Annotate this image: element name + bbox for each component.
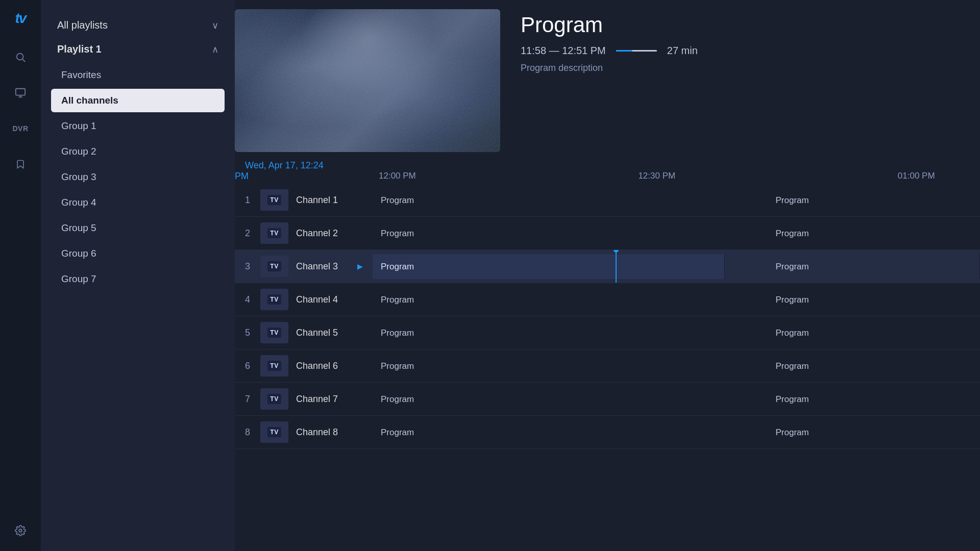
channel-row[interactable]: 7 TV Channel 7 Program Program xyxy=(235,383,980,416)
program-time-text: 11:58 — 12:51 PM xyxy=(521,45,606,57)
program-time-row: 11:58 — 12:51 PM 27 min xyxy=(521,45,960,57)
program-block[interactable]: Program xyxy=(768,420,981,445)
program-title: Program xyxy=(521,13,960,37)
channel-name: Channel 1 xyxy=(296,195,357,206)
timeline-date: Wed, Apr 17, 12:24 PM xyxy=(235,160,324,181)
channel-programs: Program Program xyxy=(373,383,980,415)
program-block[interactable]: Program xyxy=(373,387,725,412)
nav-item-group6[interactable]: Group 6 xyxy=(51,242,225,265)
app-logo: tv xyxy=(15,10,26,27)
nav-item-favorites[interactable]: Favorites xyxy=(51,63,225,87)
channel-logo-text: TV xyxy=(267,228,281,238)
channel-logo: TV xyxy=(260,289,288,310)
search-icon[interactable] xyxy=(10,47,31,67)
svg-point-5 xyxy=(19,529,22,532)
playlist1-chevron: ∧ xyxy=(212,44,218,55)
program-info: Program 11:58 — 12:51 PM 27 min Program … xyxy=(500,0,980,158)
channel-name: Channel 4 xyxy=(296,294,357,305)
sidebar: tv DVR xyxy=(0,0,41,551)
channel-number: 5 xyxy=(235,328,260,338)
channel-logo: TV xyxy=(260,355,288,377)
channel-logo-text: TV xyxy=(267,195,281,205)
channel-programs: Program Program xyxy=(373,184,980,216)
all-playlists-label: All playlists xyxy=(57,19,108,31)
channel-row[interactable]: 4 TV Channel 4 Program Program xyxy=(235,283,980,316)
program-block[interactable]: Program xyxy=(373,221,725,246)
program-block[interactable]: Program xyxy=(768,387,981,412)
channel-programs: Program Program xyxy=(373,217,980,249)
channel-logo-text: TV xyxy=(267,394,281,404)
program-block[interactable]: Program xyxy=(373,420,725,445)
channel-row[interactable]: 1 TV Channel 1 Program Program xyxy=(235,184,980,217)
program-duration: 27 min xyxy=(667,45,698,57)
channel-name: Channel 2 xyxy=(296,228,357,239)
time-label-1200: 12:00 PM xyxy=(379,171,416,181)
channel-logo: TV xyxy=(260,421,288,443)
program-block[interactable]: Program xyxy=(373,188,725,213)
time-label-0100: 01:00 PM xyxy=(898,171,935,181)
time-label-1230: 12:30 PM xyxy=(638,171,675,181)
timeline-channel-col: Wed, Apr 17, 12:24 PM xyxy=(235,160,347,182)
top-section: Program 11:58 — 12:51 PM 27 min Program … xyxy=(235,0,980,158)
nav-item-group2[interactable]: Group 2 xyxy=(51,140,225,163)
channel-name: Channel 3 xyxy=(296,261,357,272)
main-content: Program 11:58 — 12:51 PM 27 min Program … xyxy=(235,0,980,551)
settings-icon[interactable] xyxy=(10,520,31,541)
channel-logo-text: TV xyxy=(267,261,281,271)
channel-number: 2 xyxy=(235,228,260,239)
program-block[interactable]: Program xyxy=(373,287,725,312)
channel-logo: TV xyxy=(260,256,288,277)
program-block[interactable]: Program xyxy=(768,221,981,246)
display-icon[interactable] xyxy=(10,83,31,103)
program-block[interactable]: Program xyxy=(768,320,981,345)
channel-number: 8 xyxy=(235,427,260,438)
channel-logo-text: TV xyxy=(267,361,281,371)
channel-number: 6 xyxy=(235,361,260,371)
channel-name: Channel 6 xyxy=(296,361,357,371)
channel-number: 3 xyxy=(235,261,260,272)
channel-row[interactable]: 2 TV Channel 2 Program Program xyxy=(235,217,980,250)
nav-item-group1[interactable]: Group 1 xyxy=(51,114,225,138)
video-thumbnail xyxy=(235,9,500,152)
program-block[interactable]: Program xyxy=(373,320,725,345)
bookmark-icon[interactable] xyxy=(10,154,31,174)
program-block[interactable]: Program xyxy=(373,354,725,379)
program-block[interactable]: Program xyxy=(768,354,981,379)
channel-programs: Program Program xyxy=(373,250,980,283)
channel-logo-text: TV xyxy=(267,328,281,338)
channel-programs: Program Program xyxy=(373,283,980,316)
program-block[interactable]: Program xyxy=(768,287,981,312)
nav-item-group5[interactable]: Group 5 xyxy=(51,216,225,240)
channel-row[interactable]: 3 TV Channel 3 ▶ Program Program xyxy=(235,250,980,283)
video-player[interactable] xyxy=(235,9,500,152)
program-block[interactable]: Program xyxy=(373,254,725,279)
program-block[interactable]: Program xyxy=(768,254,981,279)
nav-item-all-channels[interactable]: All channels xyxy=(51,89,225,112)
playlist1-label: Playlist 1 xyxy=(57,43,102,55)
program-block[interactable]: Program xyxy=(768,188,981,213)
nav-item-group4[interactable]: Group 4 xyxy=(51,191,225,214)
nav-item-group7[interactable]: Group 7 xyxy=(51,267,225,291)
svg-point-0 xyxy=(17,54,23,60)
svg-rect-2 xyxy=(16,89,25,95)
channel-logo: TV xyxy=(260,222,288,244)
channel-programs: Program Program xyxy=(373,416,980,448)
channel-number: 1 xyxy=(235,195,260,206)
nav-panel: All playlists ∨ Playlist 1 ∧ FavoritesAl… xyxy=(41,0,235,551)
channels-container: 1 TV Channel 1 Program Program 2 TV Chan… xyxy=(235,184,980,551)
play-indicator: ▶ xyxy=(357,262,373,270)
channel-row[interactable]: 8 TV Channel 8 Program Program xyxy=(235,416,980,449)
channel-row[interactable]: 6 TV Channel 6 Program Program xyxy=(235,349,980,383)
channel-logo: TV xyxy=(260,322,288,343)
svg-line-1 xyxy=(22,59,25,62)
program-description: Program description xyxy=(521,63,960,73)
channel-row[interactable]: 5 TV Channel 5 Program Program xyxy=(235,316,980,349)
playlist1-header[interactable]: Playlist 1 ∧ xyxy=(51,39,225,59)
all-playlists-header[interactable]: All playlists ∨ xyxy=(51,15,225,35)
channel-name: Channel 7 xyxy=(296,394,357,405)
channel-logo: TV xyxy=(260,388,288,410)
nav-item-group3[interactable]: Group 3 xyxy=(51,165,225,189)
dvr-icon[interactable]: DVR xyxy=(10,118,31,139)
timeline-header: Wed, Apr 17, 12:24 PM 12:00 PM 12:30 PM … xyxy=(235,158,980,184)
channel-logo: TV xyxy=(260,189,288,211)
